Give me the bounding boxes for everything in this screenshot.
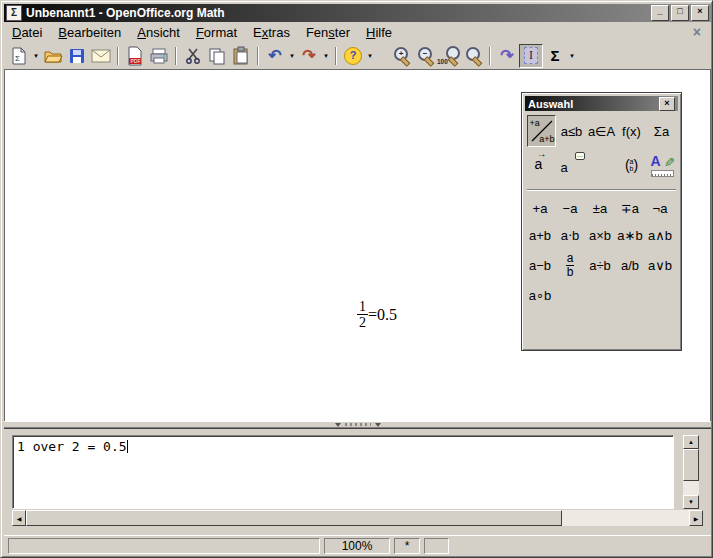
symbol-a-slash-b[interactable]: a/b bbox=[615, 249, 645, 282]
export-pdf-button[interactable]: PDF bbox=[123, 44, 147, 68]
symbols-catalog-button[interactable]: Σ bbox=[543, 44, 567, 68]
symbol-a-minus-b[interactable]: a−b bbox=[525, 249, 555, 282]
category-operators-button[interactable]: Σa bbox=[647, 115, 676, 147]
category-spacer bbox=[587, 149, 617, 181]
command-text: 1 over 2 = 0.5 bbox=[17, 439, 127, 454]
pdf-document-icon: PDF bbox=[126, 46, 144, 66]
titlebar[interactable]: Σ Unbenannt1 - OpenOffice.org Math _ □ × bbox=[4, 4, 711, 22]
category-brackets-button[interactable]: ( a b ) bbox=[617, 149, 646, 181]
maximize-button[interactable]: □ bbox=[671, 5, 689, 21]
scroll-right-button[interactable]: ▶ bbox=[689, 510, 703, 526]
print-button[interactable] bbox=[147, 44, 171, 68]
scroll-down-button[interactable]: ▼ bbox=[683, 495, 699, 509]
menu-bearbeiten[interactable]: Bearbeiten bbox=[50, 23, 129, 42]
refresh-icon: ↷ bbox=[500, 46, 513, 65]
help-button[interactable]: ? bbox=[341, 44, 365, 68]
brackets-icon: ( a b ) bbox=[625, 157, 638, 173]
clipboard-paste-icon bbox=[232, 46, 250, 65]
command-horizontal-scrollbar[interactable]: ◀ ▶ bbox=[12, 510, 703, 526]
symbol-a-over-b[interactable]: a b bbox=[555, 249, 585, 282]
zoom-out-button[interactable]: − bbox=[413, 44, 437, 68]
menu-hilfe[interactable]: Hilfe bbox=[358, 23, 400, 42]
category-unary-binary-button[interactable]: +a a+b bbox=[527, 115, 556, 147]
copy-button[interactable] bbox=[205, 44, 229, 68]
zoom-100-button[interactable]: 100 bbox=[437, 44, 461, 68]
category-relations-button[interactable]: a≤b bbox=[557, 115, 586, 147]
vertical-scroll-thumb[interactable] bbox=[683, 449, 699, 481]
command-vertical-scrollbar[interactable]: ▲ ▼ bbox=[683, 435, 699, 509]
symbol-a-ast-b[interactable]: a∗b bbox=[615, 222, 645, 249]
category-set-operations-button[interactable]: a∈A bbox=[587, 115, 616, 147]
undo-dropdown-arrow[interactable]: ▾ bbox=[287, 44, 297, 68]
category-attributes-button[interactable]: → a bbox=[527, 149, 556, 181]
new-formula-button[interactable]: Σ bbox=[7, 44, 31, 68]
symbol-a-and-b[interactable]: a∧b bbox=[645, 222, 675, 249]
document-close-icon[interactable]: × bbox=[693, 24, 701, 40]
save-button[interactable] bbox=[65, 44, 89, 68]
symbol-a-div-b[interactable]: a÷b bbox=[585, 249, 615, 282]
toolbar-overflow-arrow[interactable]: ▾ bbox=[365, 44, 375, 68]
menu-label-accel: F bbox=[196, 25, 204, 40]
menu-fenster[interactable]: Fenster bbox=[298, 23, 358, 42]
palette-close-button[interactable]: × bbox=[659, 97, 675, 111]
formula-cursor-button[interactable]: I bbox=[519, 44, 543, 68]
category-functions-button[interactable]: f(x) bbox=[617, 115, 646, 147]
formula-rhs: =0.5 bbox=[368, 306, 397, 324]
symbol-a-circ-b[interactable]: a∘b bbox=[525, 282, 555, 309]
fraction: 1 2 bbox=[357, 299, 368, 330]
symbol-minus-a[interactable]: −a bbox=[555, 195, 585, 222]
refresh-button[interactable]: ↷ bbox=[495, 44, 519, 68]
fraction-symbol: a b bbox=[566, 252, 575, 279]
speech-bubble-a-icon: a ⋯ bbox=[561, 154, 583, 176]
toolbar-overflow-arrow[interactable]: ▾ bbox=[567, 44, 577, 68]
symbol-a-times-b[interactable]: a×b bbox=[585, 222, 615, 249]
send-email-button[interactable] bbox=[89, 44, 113, 68]
symbol-a-or-b[interactable]: a∨b bbox=[645, 249, 675, 282]
symbol-a-plus-b[interactable]: a+b bbox=[525, 222, 555, 249]
menu-label-post: tras bbox=[268, 25, 290, 40]
horizontal-scroll-thumb[interactable] bbox=[26, 510, 562, 526]
symbol-plusminus-a[interactable]: ±a bbox=[585, 195, 615, 222]
status-extra-panel bbox=[424, 538, 449, 554]
menu-datei[interactable]: Datei bbox=[4, 23, 50, 42]
scroll-left-button[interactable]: ◀ bbox=[12, 510, 26, 526]
app-icon: Σ bbox=[6, 5, 22, 21]
menu-label-accel: D bbox=[12, 25, 21, 40]
menu-label-pre: E bbox=[253, 25, 262, 40]
symbol-row: a−b a b a÷b a/b a∨b bbox=[522, 249, 681, 282]
status-zoom-panel[interactable]: 100% bbox=[324, 538, 390, 554]
cut-button[interactable] bbox=[181, 44, 205, 68]
menu-extras[interactable]: Extras bbox=[245, 23, 298, 42]
symbol-a-cdot-b[interactable]: a⋅b bbox=[555, 222, 585, 249]
menu-ansicht[interactable]: Ansicht bbox=[129, 23, 188, 42]
rendered-formula[interactable]: 1 2 =0.5 bbox=[357, 299, 397, 330]
close-button[interactable]: × bbox=[691, 5, 709, 21]
menu-format[interactable]: Format bbox=[188, 23, 245, 42]
category-formats-button[interactable]: A ✎ bbox=[647, 149, 676, 181]
zoom-out-glyph: − bbox=[419, 49, 431, 58]
zoom-in-button[interactable]: + bbox=[389, 44, 413, 68]
redo-button[interactable]: ↷ bbox=[297, 44, 321, 68]
scroll-up-button[interactable]: ▲ bbox=[683, 435, 699, 449]
open-folder-icon bbox=[43, 48, 63, 64]
undo-button[interactable]: ↶ bbox=[263, 44, 287, 68]
palette-category-row-2: → a a ⋯ ( a b ) bbox=[522, 148, 681, 182]
symbol-row: a∘b bbox=[522, 282, 681, 309]
paste-button[interactable] bbox=[229, 44, 253, 68]
new-dropdown-arrow[interactable]: ▾ bbox=[31, 44, 41, 68]
command-input[interactable]: 1 over 2 = 0.5 bbox=[12, 435, 674, 509]
application-window: Σ Unbenannt1 - OpenOffice.org Math _ □ ×… bbox=[0, 0, 713, 558]
palette-titlebar[interactable]: Auswahl × bbox=[525, 96, 678, 111]
symbol-neg-a[interactable]: ¬a bbox=[645, 195, 675, 222]
scissors-icon bbox=[184, 47, 202, 65]
category-others-button[interactable]: a ⋯ bbox=[557, 149, 586, 181]
open-button[interactable] bbox=[41, 44, 65, 68]
minimize-button[interactable]: _ bbox=[651, 5, 669, 21]
command-window: 1 over 2 = 0.5 ▲ ▼ ◀ ▶ bbox=[4, 428, 711, 532]
zoom-page-button[interactable] bbox=[461, 44, 485, 68]
symbol-minusplus-a[interactable]: ∓a bbox=[615, 195, 645, 222]
view-splitter[interactable] bbox=[4, 421, 711, 428]
redo-dropdown-arrow[interactable]: ▾ bbox=[321, 44, 331, 68]
symbol-plus-a[interactable]: +a bbox=[525, 195, 555, 222]
toolbar-separator bbox=[335, 47, 337, 65]
